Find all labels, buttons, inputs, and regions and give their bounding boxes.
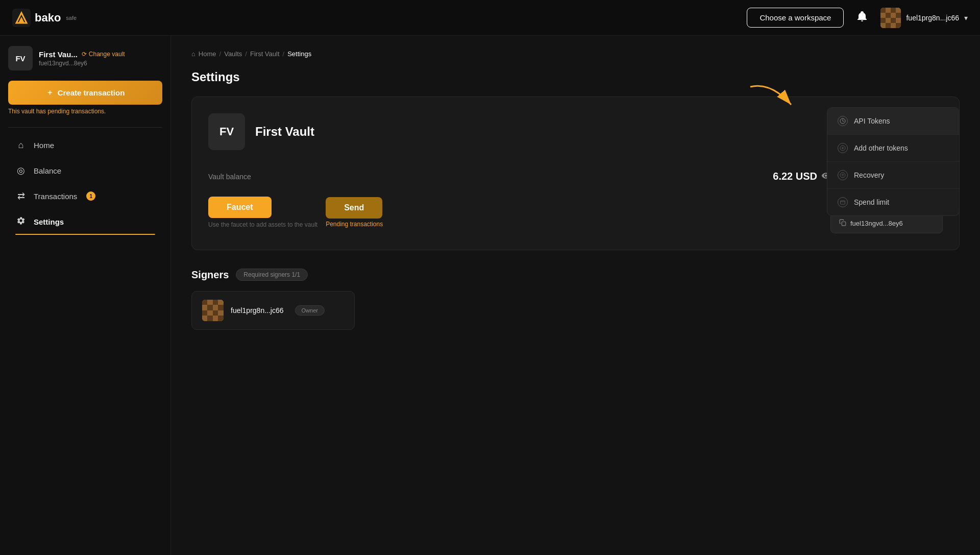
svg-rect-15 [896, 18, 901, 23]
svg-rect-125 [213, 310, 218, 316]
vault-header: FV First Vau... ⟳ Change vault fuel13ngv… [8, 46, 162, 70]
create-transaction-button[interactable]: ＋ Create transaction [8, 81, 162, 105]
change-vault-button[interactable]: ⟳ Change vault [82, 51, 125, 58]
svg-rect-113 [842, 222, 846, 226]
vault-address-row: fuel13ngvd...8ey6 [830, 213, 943, 233]
svg-rect-14 [891, 18, 896, 23]
dropdown-item-add-other-tokens[interactable]: Add other tokens [827, 135, 959, 162]
signers-header: Signers Required signers 1/1 [191, 269, 960, 281]
app-name: bako [35, 11, 61, 25]
vault-card-avatar: FV [208, 113, 245, 150]
sidebar-item-settings-label: Settings [34, 218, 64, 226]
svg-rect-9 [886, 13, 891, 18]
nav-right: Choose a workspace [747, 6, 968, 30]
svg-rect-119 [202, 305, 207, 310]
sidebar-item-settings[interactable]: Settings [8, 210, 162, 234]
dropdown-api-tokens-label: API Tokens [854, 117, 890, 125]
signer-role-badge: Owner [295, 305, 325, 316]
transactions-badge: 1 [86, 191, 95, 201]
vault-card-header: FV First Vault [208, 113, 830, 150]
balance-icon: ◎ [15, 165, 27, 176]
bako-logo-icon [12, 9, 31, 27]
vault-address-text: fuel13ngvd...8ey6 [850, 220, 903, 227]
required-signers-badge: Required signers 1/1 [236, 269, 308, 281]
breadcrumb-sep-2: / [245, 50, 247, 58]
send-button[interactable]: Send [326, 197, 382, 219]
svg-rect-19 [896, 23, 901, 28]
user-chevron-icon: ▾ [964, 14, 968, 22]
signer-card: fuel1prg8n...jc66 Owner [191, 291, 355, 330]
choose-workspace-button[interactable]: Choose a workspace [747, 8, 844, 28]
user-info[interactable]: fuel1prg8n...jc66 ▾ [880, 8, 968, 28]
add-other-tokens-icon [838, 143, 848, 153]
transactions-icon: ⇄ [15, 190, 27, 202]
svg-rect-127 [202, 316, 207, 321]
home-icon: ⌂ [15, 140, 27, 151]
pending-notice: This vault has pending transactions. [8, 108, 162, 115]
svg-rect-11 [896, 13, 901, 18]
svg-rect-6 [891, 8, 896, 13]
svg-rect-126 [218, 310, 224, 316]
vault-info: First Vau... ⟳ Change vault fuel13ngvd..… [39, 50, 162, 67]
plus-icon: ＋ [46, 88, 54, 98]
dropdown-item-recovery[interactable]: Recovery [827, 162, 959, 189]
settings-dropdown: API Tokens Add other tokens [827, 107, 960, 216]
send-area: Send Pending transactions [326, 197, 383, 228]
main-content: ⌂ Home / Vaults / First Vault / Settings… [171, 36, 980, 555]
balance-value: 6.22 USD [773, 171, 830, 182]
svg-rect-128 [207, 316, 213, 321]
svg-rect-116 [207, 300, 213, 305]
notifications-button[interactable] [852, 6, 872, 30]
breadcrumb-icon: ⌂ [191, 50, 195, 58]
bell-icon [856, 10, 868, 22]
sidebar-item-home[interactable]: ⌂ Home [8, 134, 162, 157]
signers-section: Signers Required signers 1/1 [191, 269, 960, 330]
balance-label: Vault balance [208, 173, 251, 181]
copy-address-button[interactable] [839, 219, 846, 228]
change-vault-icon: ⟳ [82, 51, 87, 58]
breadcrumb: ⌂ Home / Vaults / First Vault / Settings [191, 50, 960, 58]
svg-rect-16 [880, 23, 886, 28]
recovery-icon [838, 170, 848, 180]
svg-rect-123 [202, 310, 207, 316]
svg-rect-115 [202, 300, 207, 305]
breadcrumb-first-vault[interactable]: First Vault [250, 50, 280, 58]
dropdown-item-api-tokens[interactable]: API Tokens [827, 108, 959, 135]
svg-rect-130 [218, 316, 224, 321]
sidebar-nav: ⌂ Home ◎ Balance ⇄ Transactions 1 Settin… [8, 134, 162, 234]
faucet-area: Faucet Use the faucet to add assets to t… [208, 197, 317, 228]
sidebar-item-transactions[interactable]: ⇄ Transactions 1 [8, 184, 162, 208]
svg-rect-7 [896, 8, 901, 13]
breadcrumb-current: Settings [287, 50, 311, 58]
sidebar-item-balance-label: Balance [34, 166, 61, 175]
api-tokens-icon [838, 116, 848, 126]
spend-limit-icon [838, 197, 848, 207]
signer-name: fuel1prg8n...jc66 [231, 306, 284, 315]
svg-rect-10 [891, 13, 896, 18]
svg-rect-17 [886, 23, 891, 28]
sidebar-divider [8, 127, 162, 128]
svg-rect-12 [880, 18, 886, 23]
settings-icon [15, 216, 27, 228]
page-title: Settings [191, 70, 960, 84]
sidebar: FV First Vau... ⟳ Change vault fuel13ngv… [0, 36, 171, 555]
balance-amount: 6.22 USD [773, 171, 817, 182]
dropdown-item-spend-limit[interactable]: Spend limit [827, 189, 959, 215]
user-name-label: fuel1prg8n...jc66 [906, 14, 959, 22]
main-layout: FV First Vau... ⟳ Change vault fuel13ngv… [0, 36, 980, 555]
dropdown-spend-limit-label: Spend limit [854, 198, 889, 206]
copy-icon [839, 219, 846, 226]
sidebar-item-transactions-label: Transactions [34, 192, 77, 201]
svg-rect-124 [207, 310, 213, 316]
vault-card-name: First Vault [255, 125, 314, 139]
faucet-button[interactable]: Faucet [208, 197, 272, 218]
sidebar-item-balance[interactable]: ◎ Balance [8, 159, 162, 182]
vault-address: fuel13ngvd...8ey6 [39, 60, 162, 67]
svg-rect-18 [891, 23, 896, 28]
breadcrumb-sep-1: / [219, 50, 222, 58]
pending-transactions-label: Pending transactions [326, 221, 383, 228]
svg-rect-120 [207, 305, 213, 310]
breadcrumb-home[interactable]: Home [199, 50, 216, 58]
breadcrumb-vaults[interactable]: Vaults [224, 50, 242, 58]
user-avatar [880, 8, 901, 28]
